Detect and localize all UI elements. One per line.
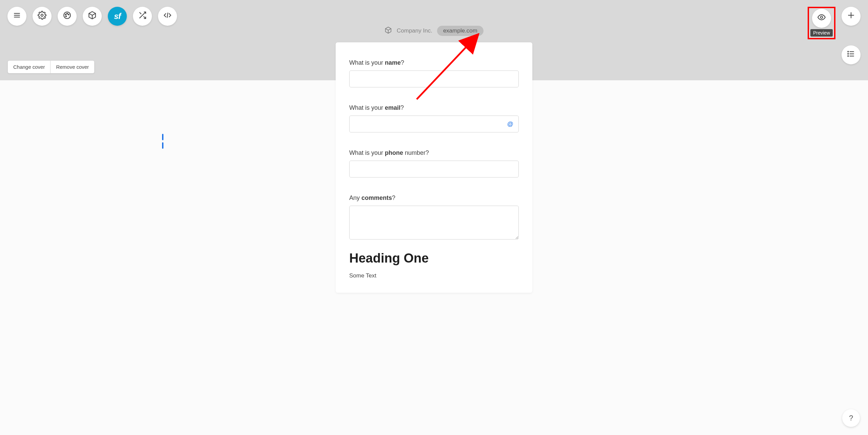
help-button[interactable]: ? <box>842 409 860 427</box>
theme-button[interactable] <box>58 7 77 26</box>
remove-cover-button[interactable]: Remove cover <box>51 61 94 73</box>
toolbar-right: Preview <box>808 7 861 64</box>
package-button[interactable] <box>83 7 102 26</box>
preview-tooltip: Preview <box>810 29 833 37</box>
svg-line-11 <box>139 12 141 14</box>
settings-button[interactable] <box>33 7 52 26</box>
at-icon: @ <box>507 121 513 128</box>
eye-icon <box>817 13 826 24</box>
gear-icon <box>38 11 46 22</box>
field-email-label: What is your email? <box>349 104 519 111</box>
shuffle-button[interactable] <box>133 7 152 26</box>
preview-highlight-box: Preview <box>808 7 835 39</box>
list-icon <box>847 49 855 60</box>
svg-point-13 <box>821 16 823 19</box>
selection-handle-left[interactable] <box>162 134 163 149</box>
cube-icon <box>88 11 97 22</box>
palette-icon <box>63 11 72 22</box>
form-card[interactable]: What is your name? What is your email? @… <box>336 42 532 293</box>
menu-button[interactable] <box>7 7 26 26</box>
field-comments-label: Any comments? <box>349 194 519 202</box>
svg-point-19 <box>848 51 848 52</box>
domain-pill[interactable]: example.com <box>437 26 484 36</box>
preview-button[interactable] <box>812 9 831 28</box>
change-cover-button[interactable]: Change cover <box>8 61 51 73</box>
cube-small-icon <box>384 26 392 36</box>
code-button[interactable] <box>158 7 177 26</box>
field-email[interactable]: What is your email? @ <box>349 104 519 132</box>
plus-icon <box>847 11 855 22</box>
svg-point-5 <box>65 14 66 15</box>
svg-point-21 <box>848 56 848 56</box>
toolbar-left: sf <box>7 7 177 26</box>
field-phone-label: What is your phone number? <box>349 149 519 157</box>
help-icon: ? <box>849 414 853 422</box>
site-identity: Company Inc. example.com <box>384 26 484 36</box>
field-comments[interactable]: Any comments? <box>349 194 519 241</box>
company-name: Company Inc. <box>397 27 432 34</box>
add-button[interactable] <box>842 7 861 26</box>
svg-point-20 <box>848 54 848 54</box>
field-phone[interactable]: What is your phone number? <box>349 149 519 178</box>
field-name[interactable]: What is your name? <box>349 59 519 87</box>
svg-point-8 <box>65 16 66 17</box>
svg-point-6 <box>67 13 68 14</box>
name-input[interactable] <box>349 70 519 87</box>
brand-sf-label: sf <box>114 12 120 21</box>
svg-point-7 <box>68 14 69 15</box>
menu-icon <box>13 11 21 22</box>
cover-actions: Change cover Remove cover <box>7 60 95 74</box>
code-icon <box>163 11 172 22</box>
svg-point-3 <box>41 14 43 17</box>
body-text[interactable]: Some Text <box>349 272 519 279</box>
outline-button[interactable] <box>842 45 861 64</box>
shuffle-icon <box>138 11 147 22</box>
phone-input[interactable] <box>349 161 519 178</box>
brand-button[interactable]: sf <box>108 7 127 26</box>
comments-textarea[interactable] <box>349 206 519 240</box>
svg-line-12 <box>167 13 168 18</box>
heading-one[interactable]: Heading One <box>349 251 519 266</box>
field-name-label: What is your name? <box>349 59 519 66</box>
email-input[interactable] <box>349 116 519 132</box>
